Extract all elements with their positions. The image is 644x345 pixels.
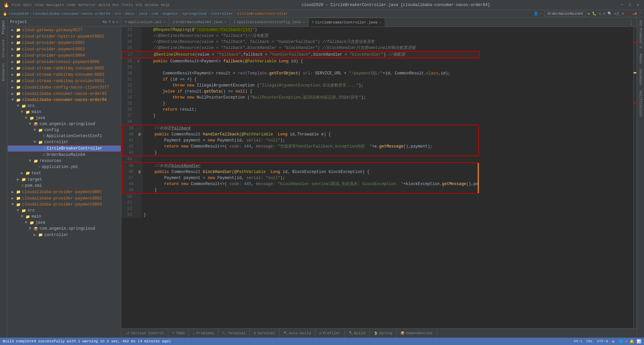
sidebar-item-circlebreaker[interactable]: C CircleBreakerController bbox=[7, 145, 121, 152]
sidebar-item-test[interactable]: ▶ 📁 test bbox=[7, 170, 121, 176]
menu-window[interactable]: Window bbox=[145, 3, 158, 7]
run-config-selector[interactable]: OrderNacosMain84 bbox=[544, 11, 586, 16]
translate-icon[interactable]: A文 bbox=[614, 11, 620, 16]
sidebar-item-payment9003[interactable]: ▼ 📁 cloudalibaba-provider-payment9003 bbox=[7, 202, 121, 208]
run-button[interactable]: ▶ bbox=[588, 11, 590, 16]
sidebar-item-config-folder[interactable]: ▼ 📁 config bbox=[7, 127, 121, 133]
right-tab-database[interactable]: Database bbox=[638, 66, 643, 88]
tab-appyml-close[interactable]: ✕ bbox=[163, 20, 165, 24]
breadcrumb-src[interactable]: src bbox=[115, 12, 121, 16]
breadcrumb-com[interactable]: com bbox=[152, 12, 158, 16]
minimize-button[interactable]: ─ bbox=[619, 2, 625, 8]
sidebar-item-package9003[interactable]: ▼ 📦 com.angenin.springcloud bbox=[7, 226, 121, 232]
sidebar-item-payment9002[interactable]: ▶ 📁 cloudalibaba-provider-payment9002 bbox=[7, 195, 121, 202]
breadcrumb-angenin[interactable]: angenin bbox=[163, 12, 178, 16]
sidebar-item-src[interactable]: ▼ 📁 src bbox=[7, 103, 121, 109]
sidebar-item-rabbitmq8801[interactable]: ▶ 📁 cloud-stream-rabbitmq-provider8801 bbox=[7, 78, 121, 84]
sidebar-item-nacos3377[interactable]: ▶ 📁 cloudalibaba-config-nacos-client3377 bbox=[7, 84, 121, 91]
tab-circlebreaker-close[interactable]: ✕ bbox=[379, 20, 381, 24]
tab-appyml[interactable]: Y application.yml ✕ bbox=[121, 18, 169, 26]
sidebar-icon-2[interactable]: ≡ bbox=[108, 20, 111, 24]
right-tab-notifications[interactable]: Notifications bbox=[638, 88, 643, 119]
breadcrumb-controller[interactable]: controller bbox=[211, 12, 233, 16]
project-tab[interactable]: Project bbox=[1, 17, 6, 37]
sidebar-item-consul8006[interactable]: ▶ 📁 cloud-providerconsul-payment8006 bbox=[7, 59, 121, 65]
sidebar-item-rabbitmq8803[interactable]: ▶ 📁 cloud-stream-rabbitmq-consumer8803 bbox=[7, 71, 121, 78]
tab-circlebreaker[interactable]: C CircleBreakerController.java ✕ bbox=[309, 18, 385, 26]
tab-appcontextconfig-close[interactable]: ✕ bbox=[303, 20, 305, 24]
sidebar-item-payment8001[interactable]: ▶ 📁 cloud-provider-payment8001 bbox=[7, 40, 121, 46]
tab-more-button[interactable]: ⋮ bbox=[626, 20, 637, 26]
menu-file[interactable]: File bbox=[12, 3, 20, 7]
menu-run[interactable]: Run bbox=[112, 3, 119, 7]
sidebar-item-hystrix8001[interactable]: ▶ 📁 cloud-provider-hystrix-payment8001 bbox=[7, 33, 121, 40]
bottom-tab-build[interactable]: 🔨 Build bbox=[345, 329, 370, 338]
menu-view[interactable]: View bbox=[35, 3, 44, 7]
sidebar-item-main9003[interactable]: ▼ 📁 main bbox=[7, 214, 121, 220]
sidebar-item-order83[interactable]: ▶ 📁 cloudalibaba-consumer-nacos-order83 bbox=[7, 91, 121, 97]
sidebar-item-payment8004[interactable]: ▶ 📁 cloud-provider-payment8004 bbox=[7, 52, 121, 59]
breadcrumb-root[interactable]: cloud2020 bbox=[9, 12, 29, 16]
menu-refactor[interactable]: Refactor bbox=[78, 3, 96, 7]
sidebar-item-order84[interactable]: ▼ 📁 cloudalibaba-consumer-nacos-order84 bbox=[7, 97, 121, 103]
menu-navigate[interactable]: Navigate bbox=[46, 3, 64, 7]
breadcrumb-springcloud[interactable]: springcloud bbox=[182, 12, 207, 16]
close-button[interactable]: ✕ bbox=[635, 2, 641, 8]
sidebar-item-appyml[interactable]: Y application.yml bbox=[7, 164, 121, 170]
sidebar-item-src9003[interactable]: ▼ 📁 src bbox=[7, 208, 121, 214]
menu-code[interactable]: Code bbox=[67, 3, 75, 7]
sidebar-item-resources[interactable]: ▼ 📁 resources bbox=[7, 158, 121, 164]
sidebar-icon-4[interactable]: ✕ bbox=[116, 20, 118, 24]
sidebar-icon-1[interactable]: ⊞ bbox=[105, 20, 107, 24]
sidebar-item-target[interactable]: ▶ 📁 target bbox=[7, 176, 121, 183]
bottom-tab-version-control[interactable]: ⎇ Version Control bbox=[121, 329, 168, 338]
back-icon[interactable]: ← bbox=[540, 12, 543, 16]
structure-tab[interactable]: Structure bbox=[1, 37, 6, 60]
sidebar-item-ordernacosMain84[interactable]: C OrderNacosMain84 bbox=[7, 152, 121, 158]
bottom-tab-terminal[interactable]: >_ Terminal bbox=[218, 329, 250, 338]
tab-appcontextconfig[interactable]: J ApplicationContextConfig.java ✕ bbox=[230, 18, 309, 26]
search-button[interactable]: 🔍 bbox=[607, 11, 612, 16]
sidebar-item-package[interactable]: ▼ 📦 com.angenin.springcloud bbox=[7, 121, 121, 127]
settings-button[interactable]: ⚙ bbox=[603, 11, 605, 16]
bottom-tab-todo[interactable]: ≡ TODO bbox=[168, 329, 189, 338]
menu-help[interactable]: Help bbox=[161, 3, 170, 7]
breadcrumb-main[interactable]: main bbox=[125, 12, 134, 16]
sidebar-item-pomxml[interactable]: X pom.xml bbox=[7, 183, 121, 189]
bottom-tab-dependencies[interactable]: 📦 Dependencies bbox=[396, 329, 437, 338]
sidebar-item-payment8002[interactable]: ▶ 📁 cloud-provider-payment8002 bbox=[7, 46, 121, 52]
code-editor[interactable]: 23 @RequestMapping(@"/consumer/fallback/… bbox=[121, 27, 637, 328]
sidebar-item-appcontextconfig[interactable]: C ApplicationContextConfi bbox=[7, 133, 121, 139]
gear-icon[interactable]: ⚙ bbox=[622, 11, 624, 16]
maximize-button[interactable]: □ bbox=[627, 2, 633, 8]
right-tab-maven[interactable]: Maven bbox=[638, 51, 643, 66]
menu-edit[interactable]: Edit bbox=[23, 3, 32, 7]
bottom-tab-spring[interactable]: 🍃 Spring bbox=[370, 329, 397, 338]
bottom-tab-profiler[interactable]: ◎ Profiler bbox=[315, 329, 345, 338]
refresh-button[interactable]: ↻ bbox=[599, 11, 601, 16]
tab-ordernacosMain84-close[interactable]: ✕ bbox=[224, 20, 226, 24]
sidebar-item-payment9001[interactable]: ▶ 📁 cloudalibaba-provider-payment9001 bbox=[7, 189, 121, 195]
menu-build[interactable]: Build bbox=[99, 3, 110, 7]
breadcrumb-module[interactable]: cloudalibaba-consumer-nacos-order84 bbox=[33, 12, 110, 16]
vcs-icon[interactable]: 👤 bbox=[534, 11, 538, 16]
sidebar-item-main[interactable]: ▼ 📁 main bbox=[7, 109, 121, 115]
expand-icon[interactable]: ⌃ bbox=[639, 11, 641, 16]
sidebar-item-rabbitmq8802[interactable]: ▶ 📁 cloud-stream-rabbitmq-consumer8802 bbox=[7, 65, 121, 71]
sidebar-item-java9003[interactable]: ▼ 📁 java bbox=[7, 220, 121, 226]
sidebar-item-controller9003[interactable]: ▶ 📁 controller bbox=[7, 232, 121, 238]
right-tab-keypromoter[interactable]: Key Promoter X bbox=[638, 17, 643, 51]
sidebar-item-java[interactable]: ▼ 📁 java bbox=[7, 115, 121, 121]
menu-vcs[interactable]: VCS bbox=[136, 3, 142, 7]
debug-button[interactable]: 🐛 bbox=[592, 11, 597, 16]
bottom-tab-autobuild[interactable]: 🔨 Auto-build bbox=[279, 329, 315, 338]
sidebar-item-gateway9527[interactable]: ▶ 📁 cloud-gateway-gateway9527 bbox=[7, 27, 121, 33]
menu-tools[interactable]: Tools bbox=[122, 3, 133, 7]
bookmarks-tab[interactable]: Bookmarks bbox=[1, 60, 6, 84]
bottom-tab-problems[interactable]: ⚠ Problems bbox=[189, 329, 218, 338]
bottom-tab-services[interactable]: ⚙ Services bbox=[250, 329, 279, 338]
tab-ordernacosMain84[interactable]: J OrderNacosMain84.java ✕ bbox=[169, 18, 230, 26]
breadcrumb-java[interactable]: java bbox=[139, 12, 147, 16]
sidebar-icon-3[interactable]: ⚙ bbox=[112, 20, 115, 24]
sidebar-item-controller-folder[interactable]: ▼ 📁 controller bbox=[7, 139, 121, 145]
